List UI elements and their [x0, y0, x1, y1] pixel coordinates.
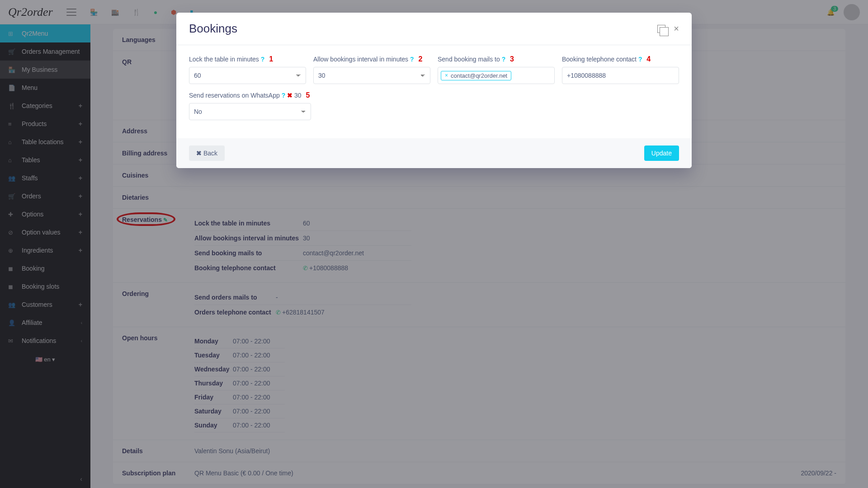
annotation-number: 1	[269, 55, 273, 63]
mails-label: Send booking mails to ? 3	[438, 55, 555, 63]
interval-select[interactable]: 30	[313, 67, 430, 84]
help-icon[interactable]: ?	[261, 56, 265, 63]
lock-select[interactable]: 60	[189, 67, 306, 84]
help-icon[interactable]: ?	[638, 56, 642, 63]
annotation-number: 4	[646, 55, 651, 63]
close-icon[interactable]: ×	[674, 23, 679, 34]
help-icon[interactable]: ?	[410, 56, 414, 63]
lock-label: Lock the table in minutes ? 1	[189, 55, 306, 63]
annotation-number: 5	[306, 91, 310, 99]
update-button[interactable]: Update	[644, 145, 679, 161]
bookings-modal: Bookings × Lock the table in minutes ? 1…	[176, 13, 692, 168]
help-icon[interactable]: ?	[282, 92, 286, 99]
phone-input[interactable]	[562, 67, 679, 84]
whatsapp-label: Send reservations on WhatsApp ? ✖ 30 5	[189, 91, 311, 99]
tag-remove-icon[interactable]: ×	[445, 72, 448, 79]
annotation-number: 3	[510, 55, 514, 63]
help-icon[interactable]: ?	[502, 56, 506, 63]
modal-title: Bookings	[189, 22, 237, 36]
copy-icon[interactable]	[657, 25, 665, 33]
email-tag: ×contact@qr2order.net	[441, 71, 511, 80]
annotation-number: 2	[418, 55, 422, 63]
back-button[interactable]: ✖Back	[189, 145, 225, 161]
x-icon: ✖	[287, 92, 292, 99]
phone-label: Booking telephone contact ? 4	[562, 55, 679, 63]
mails-input[interactable]: ×contact@qr2order.net	[438, 67, 555, 84]
whatsapp-select[interactable]: No	[189, 103, 311, 120]
interval-label: Allow bookings interval in minutes ? 2	[313, 55, 430, 63]
